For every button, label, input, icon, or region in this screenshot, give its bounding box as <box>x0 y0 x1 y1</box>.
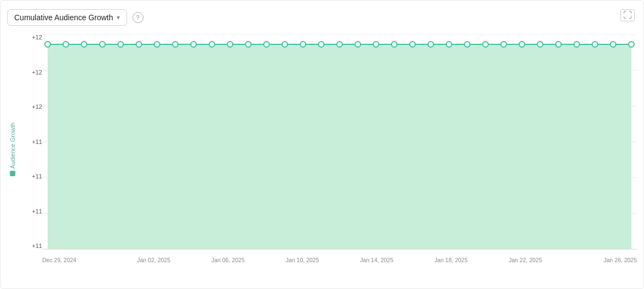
chart-data-point <box>537 42 543 47</box>
chart-data-point <box>282 42 288 47</box>
chart-svg <box>42 34 637 249</box>
chart-data-point <box>209 42 215 47</box>
chart-data-point <box>446 42 452 47</box>
y-tick-label: +11 <box>18 174 42 180</box>
chart-data-point <box>118 42 123 47</box>
legend-dot <box>10 171 15 176</box>
chart-data-point <box>173 42 178 47</box>
x-axis: Dec 29, 2024Jan 02, 2025Jan 06, 2025Jan … <box>42 249 637 264</box>
title-dropdown[interactable]: Cumulative Audience Growth ▾ <box>7 9 127 26</box>
chart-data-point <box>100 42 105 47</box>
chart-data-point <box>392 42 397 47</box>
chart-data-point <box>63 42 68 47</box>
x-tick-label: Jan 26, 2025 <box>562 257 637 263</box>
card-title: Cumulative Audience Growth <box>14 13 113 22</box>
x-tick-label: Jan 06, 2025 <box>191 257 266 263</box>
chart-data-point <box>337 42 342 47</box>
chart-data-point <box>245 42 251 47</box>
y-tick-label: +12 <box>18 34 42 41</box>
chart-data-point <box>464 42 470 47</box>
chart-data-point <box>264 42 269 47</box>
chart-data-point <box>501 42 507 47</box>
y-tick-label: +12 <box>18 70 42 76</box>
chart-data-point <box>136 42 142 47</box>
y-ticks: +12+12+12+11+11+11+11 <box>18 34 42 264</box>
y-tick-label: +11 <box>18 139 42 145</box>
chart-data-point <box>483 42 488 47</box>
plot-area: Dec 29, 2024Jan 02, 2025Jan 06, 2025Jan … <box>42 34 637 264</box>
chart-data-point <box>45 42 50 47</box>
chart-data-point <box>355 42 360 47</box>
x-tick-label: Jan 22, 2025 <box>488 257 563 263</box>
chart-data-point <box>227 42 233 47</box>
y-tick-label: +11 <box>18 209 42 215</box>
help-icon[interactable]: ? <box>133 12 143 23</box>
chart-data-point <box>82 42 87 47</box>
chart-inner: +12+12+12+11+11+11+11 Dec 29, 2024Jan 02… <box>18 34 637 264</box>
chart-data-point <box>556 42 561 47</box>
dashboard-card: Cumulative Audience Growth ▾ ? ⛶ Audienc… <box>0 0 644 289</box>
x-tick-label: Jan 02, 2025 <box>117 257 191 263</box>
expand-icon[interactable]: ⛶ <box>620 9 635 21</box>
chart-data-point <box>592 42 597 47</box>
chart-data-point <box>191 42 197 47</box>
x-tick-label: Jan 18, 2025 <box>414 257 488 263</box>
y-tick-label: +12 <box>18 104 42 110</box>
chart-data-point <box>300 42 306 47</box>
chart-data-point <box>428 42 434 47</box>
chart-data-point <box>574 42 579 47</box>
chevron-down-icon: ▾ <box>117 14 120 21</box>
chart-area: Audience Growth +12+12+12+11+11+11+11 De… <box>7 34 637 264</box>
chart-data-point <box>154 42 160 47</box>
chart-data-point <box>629 42 634 47</box>
chart-data-point <box>319 42 324 47</box>
y-ticks-and-plot: +12+12+12+11+11+11+11 Dec 29, 2024Jan 02… <box>18 34 637 264</box>
x-tick-label: Jan 14, 2025 <box>340 257 414 263</box>
card-header: Cumulative Audience Growth ▾ ? <box>7 9 637 26</box>
x-tick-label: Dec 29, 2024 <box>42 257 117 263</box>
chart-data-point <box>410 42 415 47</box>
y-tick-label: +11 <box>18 243 42 249</box>
chart-data-point <box>611 42 616 47</box>
chart-data-point <box>373 42 379 47</box>
y-axis-label: Audience Growth <box>9 128 16 171</box>
chart-fill <box>48 44 631 249</box>
y-axis-label-container: Audience Growth <box>7 34 18 264</box>
x-tick-label: Jan 10, 2025 <box>265 257 340 263</box>
chart-data-point <box>519 42 525 47</box>
